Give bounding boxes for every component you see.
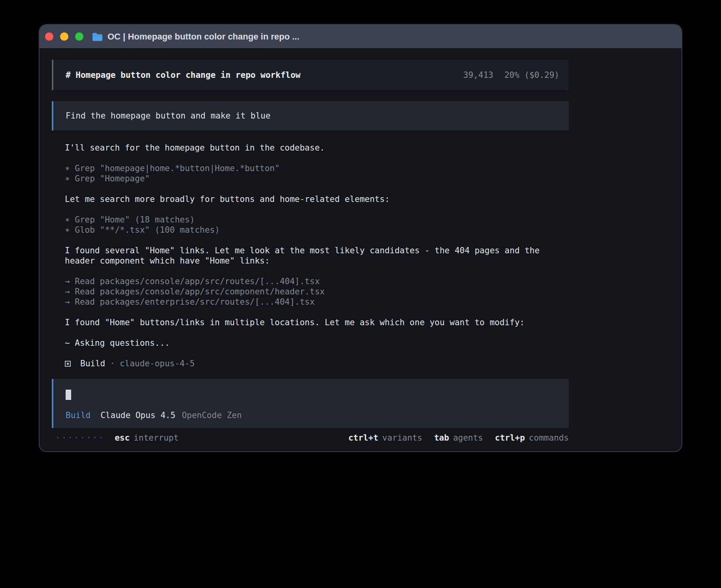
agent-separator: · bbox=[110, 358, 115, 369]
assistant-text: I'll search for the homepage button in t… bbox=[65, 143, 569, 153]
agent-icon bbox=[65, 361, 71, 367]
session-title: # Homepage button color change in repo w… bbox=[66, 70, 300, 80]
shortcut-variants: ctrl+t variants bbox=[348, 433, 422, 443]
token-count: 39,413 bbox=[463, 70, 493, 80]
status-left: ········ esc interrupt bbox=[52, 433, 179, 443]
tool-call-grep: ∗ Grep "Home" (18 matches) bbox=[65, 215, 569, 225]
shortcut-label: commands bbox=[529, 433, 569, 443]
terminal-content: # Homepage button color change in repo w… bbox=[40, 48, 681, 443]
context-usage-cost: 20% ($0.29) bbox=[504, 70, 559, 80]
shortcut-commands: ctrl+p commands bbox=[495, 433, 569, 443]
user-message-text: Find the homepage button and make it blu… bbox=[66, 111, 270, 121]
tool-call-grep: ∗ Grep "homepage|home.*button|Home.*butt… bbox=[65, 163, 569, 173]
assistant-text: I found several "Home" links. Let me loo… bbox=[65, 245, 569, 266]
esc-key-label: interrupt bbox=[134, 433, 179, 443]
tool-call-grep: ∗ Grep "Homepage" bbox=[65, 173, 569, 184]
shortcut-label: variants bbox=[382, 433, 422, 443]
tool-call-read: → Read packages/enterprise/src/routes/[.… bbox=[65, 297, 569, 307]
session-stats: 39,413 20% ($0.29) bbox=[463, 70, 559, 80]
spinner-dots: ········ bbox=[55, 433, 105, 443]
agent-model: claude-opus-4-5 bbox=[120, 358, 195, 369]
titlebar[interactable]: OC | Homepage button color change in rep… bbox=[40, 25, 681, 48]
status-right: ctrl+t variants tab agents ctrl+p comman… bbox=[348, 433, 569, 443]
text-cursor bbox=[66, 390, 71, 400]
close-button[interactable] bbox=[45, 32, 53, 41]
working-status: ~ Asking questions... bbox=[65, 338, 569, 348]
agent-status: Build · claude-opus-4-5 bbox=[65, 358, 569, 369]
zoom-button[interactable] bbox=[75, 32, 83, 41]
mode-indicator[interactable]: Build bbox=[66, 410, 91, 420]
folder-icon bbox=[92, 32, 103, 41]
window-controls bbox=[45, 32, 83, 41]
esc-key-hint: esc bbox=[115, 433, 130, 443]
assistant-text: Let me search more broadly for buttons a… bbox=[65, 194, 569, 204]
shortcut-label: agents bbox=[453, 433, 483, 443]
minimize-button[interactable] bbox=[60, 32, 68, 41]
tool-call-read: → Read packages/console/app/src/componen… bbox=[65, 286, 569, 297]
agent-name: Build bbox=[80, 358, 105, 369]
shortcut-agents: tab agents bbox=[434, 433, 483, 443]
window-title: OC | Homepage button color change in rep… bbox=[108, 32, 299, 42]
input-meta: Build Claude Opus 4.5 OpenCode Zen bbox=[66, 410, 557, 420]
user-message: Find the homepage button and make it blu… bbox=[52, 101, 569, 130]
terminal-window: OC | Homepage button color change in rep… bbox=[40, 25, 681, 451]
conversation: I'll search for the homepage button in t… bbox=[52, 143, 569, 369]
tool-call-glob: ∗ Glob "**/*.tsx" (100 matches) bbox=[65, 225, 569, 235]
shortcut-key: ctrl+p bbox=[495, 433, 525, 443]
session-header: # Homepage button color change in repo w… bbox=[52, 60, 569, 90]
shortcut-key: tab bbox=[434, 433, 449, 443]
shortcut-key: ctrl+t bbox=[348, 433, 378, 443]
prompt-input[interactable]: Build Claude Opus 4.5 OpenCode Zen bbox=[52, 379, 569, 428]
model-name[interactable]: Claude Opus 4.5 bbox=[100, 410, 176, 420]
assistant-text: I found "Home" buttons/links in multiple… bbox=[65, 317, 569, 328]
provider-name: OpenCode Zen bbox=[182, 410, 242, 420]
tool-call-read: → Read packages/console/app/src/routes/[… bbox=[65, 276, 569, 286]
status-bar: ········ esc interrupt ctrl+t variants t… bbox=[52, 433, 569, 443]
